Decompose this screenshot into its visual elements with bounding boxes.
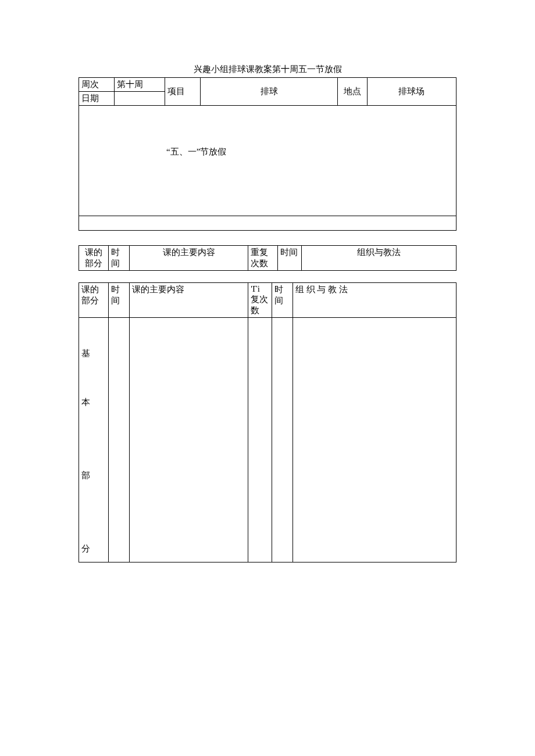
section-label: 基本部分 [79,318,109,562]
page-container: 兴趣小组排球课教案第十周五一节放假 周次 第十周 项目 排球 地点 排球场 日期… [0,0,535,562]
col-time2: 时间 [278,246,302,271]
lesson-header-table-1: 课的部分 时间 课的主要内容 重复次数 时间 组织与教法 [79,245,456,271]
blank-cell [79,216,456,231]
col-section: 课的部分 [79,246,109,271]
header-info-table: 周次 第十周 项目 排球 地点 排球场 日期 “五、一”节放假 [79,77,456,231]
col-section: 课的部分 [79,283,109,318]
col-reps: 'Гi 复次数 [248,283,272,318]
body-time2 [272,318,293,562]
section-text: 基本部分 [81,349,90,553]
table-row: 周次 第十周 项目 排球 地点 排球场 [79,78,456,92]
place-label: 地点 [337,78,367,106]
table-row: 课的部分 时间 课的主要内容 重复次数 时间 组织与教法 [79,246,456,271]
table-row: 基本部分 [79,318,456,562]
week-value: 第十周 [115,78,165,92]
body-method [293,318,456,562]
item-value: 排球 [201,78,337,106]
body-content [129,318,248,562]
holiday-cell: “五、一”节放假 [79,106,456,216]
body-time [109,318,130,562]
col-content: 课的主要内容 [129,246,248,271]
item-label: 项目 [165,78,201,106]
place-value: 排球场 [367,78,456,106]
table-row: “五、一”节放假 [79,106,456,216]
week-label: 周次 [79,78,115,92]
col-time: 时间 [109,246,130,271]
table-row: 课的部分 时间 课的主要内容 'Гi 复次数 时间 组 织 与 教 法 [79,283,456,318]
body-reps [248,318,272,562]
col-content: 课的主要内容 [129,283,248,318]
col-method: 组织与教法 [302,246,456,271]
col-method: 组 织 与 教 法 [293,283,456,318]
date-value [115,92,165,106]
document-title: 兴趣小组排球课教案第十周五一节放假 [79,64,456,75]
lesson-body-table: 课的部分 时间 课的主要内容 'Гi 复次数 时间 组 织 与 教 法 基本部分 [79,282,456,562]
col-time2: 时间 [272,283,293,318]
date-label: 日期 [79,92,115,106]
table-row [79,216,456,231]
col-time: 时间 [109,283,130,318]
col-reps: 重复次数 [248,246,278,271]
